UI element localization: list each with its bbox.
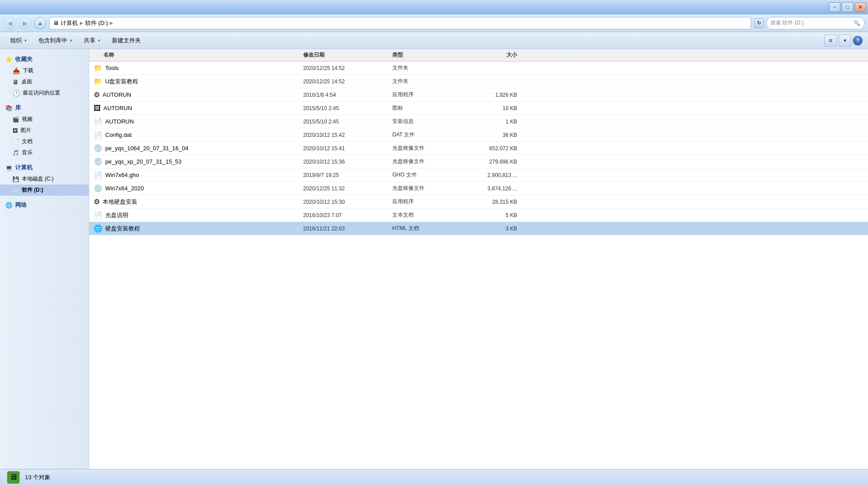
- library-button[interactable]: 包含到库中 ▾: [33, 34, 77, 47]
- up-button[interactable]: ▲: [34, 17, 46, 29]
- image-label: 图片: [21, 127, 31, 134]
- breadcrumb-drive[interactable]: 软件 (D:): [85, 19, 108, 27]
- refresh-button[interactable]: ↻: [754, 18, 764, 28]
- file-size-cell: 5 KB: [464, 212, 526, 218]
- sidebar-item-download[interactable]: 📥 下载: [0, 65, 89, 76]
- breadcrumb[interactable]: 🖥 计算机 ▶ 软件 (D:) ▶: [49, 17, 751, 29]
- organize-button[interactable]: 组织 ▾: [5, 34, 32, 47]
- sidebar-item-document[interactable]: 📄 文档: [0, 136, 89, 147]
- status-app-icon: 🖥: [7, 471, 20, 484]
- sidebar-item-music[interactable]: 🎵 音乐: [0, 147, 89, 158]
- file-list[interactable]: 名称 修改日期 类型 大小 📁 Tools 2020/12/25 14:52 文…: [89, 49, 868, 469]
- maximize-button[interactable]: □: [842, 2, 853, 12]
- file-type-icon: ⚙: [94, 197, 100, 206]
- local-disk-label: 本地磁盘 (C:): [22, 175, 53, 183]
- table-row[interactable]: 💿 pe_yqs_1064_20_07_31_16_04 2020/10/12 …: [89, 142, 868, 155]
- col-header-type[interactable]: 类型: [392, 51, 464, 59]
- file-type-cell: 图标: [392, 104, 464, 112]
- table-row[interactable]: 📁 Tools 2020/12/25 14:52 文件夹: [89, 62, 868, 75]
- col-header-date[interactable]: 修改日期: [303, 51, 392, 59]
- main-area: ⭐ 收藏夹 📥 下载 🖥 桌面 🕐 最近访问的位置 📚 库: [0, 49, 868, 469]
- file-name-cell: 💿 pe_yqs_xp_20_07_31_15_53: [89, 157, 303, 166]
- table-row[interactable]: ⚙ AUTORUN 2016/1/8 4:54 应用程序 1,926 KB: [89, 88, 868, 102]
- download-icon: 📥: [12, 67, 20, 74]
- file-size-cell: 10 KB: [464, 105, 526, 111]
- col-header-name[interactable]: 名称: [89, 51, 303, 59]
- back-button[interactable]: ◀: [4, 17, 16, 29]
- file-name-cell: 💿 Win7x64_2020: [89, 184, 303, 193]
- file-date-cell: 2015/5/10 2:45: [303, 105, 392, 111]
- table-row[interactable]: 📄 光盘说明 2016/10/23 7:07 文本文档 5 KB: [89, 209, 868, 222]
- computer-section: 💻 计算机 💾 本地磁盘 (C:) 💿 软件 (D:): [0, 162, 89, 196]
- close-button[interactable]: ✕: [855, 2, 866, 12]
- file-name-text: Tools: [105, 65, 119, 71]
- file-size-cell: 279,696 KB: [464, 159, 526, 165]
- music-label: 音乐: [22, 149, 33, 156]
- share-button[interactable]: 共享 ▾: [79, 34, 105, 47]
- view-button[interactable]: ≡: [824, 34, 837, 47]
- new-folder-button[interactable]: 新建文件夹: [107, 34, 146, 47]
- file-name-cell: 🖼 AUTORUN: [89, 104, 303, 112]
- table-row[interactable]: 📄 Config.dat 2020/10/12 15:42 DAT 文件 36 …: [89, 128, 868, 142]
- network-header[interactable]: 🌐 网络: [0, 199, 89, 211]
- table-row[interactable]: 🖼 AUTORUN 2015/5/10 2:45 图标 10 KB: [89, 102, 868, 115]
- file-type-icon: 📁: [94, 64, 103, 72]
- sidebar-item-recent[interactable]: 🕐 最近访问的位置: [0, 87, 89, 99]
- sidebar-item-video[interactable]: 🎬 视频: [0, 114, 89, 125]
- table-row[interactable]: 💿 Win7x64_2020 2020/12/25 11:32 光盘映像文件 3…: [89, 182, 868, 195]
- sidebar-item-local-disk[interactable]: 💾 本地磁盘 (C:): [0, 173, 89, 185]
- desktop-icon: 🖥: [12, 78, 19, 86]
- file-size-cell: 3,874,126 ...: [464, 185, 526, 192]
- sidebar-item-desktop[interactable]: 🖥 桌面: [0, 76, 89, 87]
- file-name-text: AUTORUN: [105, 118, 134, 125]
- file-name-cell: ⚙ AUTORUN: [89, 90, 303, 99]
- search-input[interactable]: 搜索 软件 (D:) 🔍: [766, 17, 864, 29]
- library-arrow: ▾: [70, 38, 72, 43]
- new-folder-label: 新建文件夹: [112, 37, 141, 45]
- help-button[interactable]: ?: [853, 36, 863, 45]
- doc-icon: 📄: [12, 139, 19, 145]
- file-name-cell: 📄 光盘说明: [89, 211, 303, 219]
- computer-icon: 🖥: [53, 20, 59, 26]
- recent-label: 最近访问的位置: [23, 89, 60, 97]
- file-type-icon: 🖼: [94, 104, 101, 112]
- file-name-text: AUTORUN: [103, 91, 131, 98]
- video-icon: 🎬: [12, 116, 19, 123]
- software-disk-label: 软件 (D:): [22, 186, 43, 194]
- file-type-cell: 文件夹: [392, 78, 464, 85]
- computer-header[interactable]: 💻 计算机: [0, 162, 89, 173]
- file-type-cell: 光盘映像文件: [392, 158, 464, 165]
- file-type-cell: 文件夹: [392, 64, 464, 72]
- file-size-cell: 36 KB: [464, 132, 526, 138]
- file-type-icon: 💿: [94, 144, 103, 152]
- file-name-cell: 🌐 硬盘安装教程: [89, 224, 303, 233]
- file-date-cell: 2016/10/23 7:07: [303, 212, 392, 218]
- breadcrumb-computer[interactable]: 计算机: [61, 19, 78, 27]
- file-name-text: pe_yqs_xp_20_07_31_15_53: [105, 158, 181, 165]
- favorites-header[interactable]: ⭐ 收藏夹: [0, 53, 89, 65]
- table-row[interactable]: ⚙ 本地硬盘安装 2020/10/12 15:30 应用程序 28,315 KB: [89, 195, 868, 209]
- table-row[interactable]: 📄 Win7x64.gho 2019/9/7 19:25 GHO 文件 2,90…: [89, 169, 868, 182]
- forward-button[interactable]: ▶: [19, 17, 31, 29]
- file-date-cell: 2016/11/21 22:03: [303, 226, 392, 232]
- file-size-cell: 1 KB: [464, 119, 526, 125]
- sidebar-item-image[interactable]: 🖼 图片: [0, 125, 89, 136]
- sidebar-item-software-disk[interactable]: 💿 软件 (D:): [0, 185, 89, 196]
- table-row[interactable]: 📄 AUTORUN 2015/5/10 2:45 安装信息 1 KB: [89, 115, 868, 128]
- file-date-cell: 2020/10/12 15:42: [303, 132, 392, 138]
- computer-folder-icon: 💻: [5, 164, 12, 171]
- file-name-text: 本地硬盘安装: [103, 198, 137, 206]
- minimize-button[interactable]: −: [829, 2, 840, 12]
- view-toggle-button[interactable]: ▾: [839, 34, 851, 47]
- file-date-cell: 2020/12/25 14:52: [303, 65, 392, 71]
- file-date-cell: 2015/5/10 2:45: [303, 119, 392, 125]
- sidebar: ⭐ 收藏夹 📥 下载 🖥 桌面 🕐 最近访问的位置 📚 库: [0, 49, 89, 469]
- table-row[interactable]: 💿 pe_yqs_xp_20_07_31_15_53 2020/10/12 15…: [89, 155, 868, 169]
- file-name-text: AUTORUN: [103, 105, 132, 111]
- table-row[interactable]: 📁 U盘安装教程 2020/12/25 14:52 文件夹: [89, 75, 868, 88]
- file-date-cell: 2016/1/8 4:54: [303, 92, 392, 98]
- library-header[interactable]: 📚 库: [0, 102, 89, 114]
- table-row[interactable]: 🌐 硬盘安装教程 2016/11/21 22:03 HTML 文档 3 KB: [89, 222, 868, 235]
- col-header-size[interactable]: 大小: [464, 51, 526, 59]
- file-rows-container: 📁 Tools 2020/12/25 14:52 文件夹 📁 U盘安装教程 20…: [89, 62, 868, 235]
